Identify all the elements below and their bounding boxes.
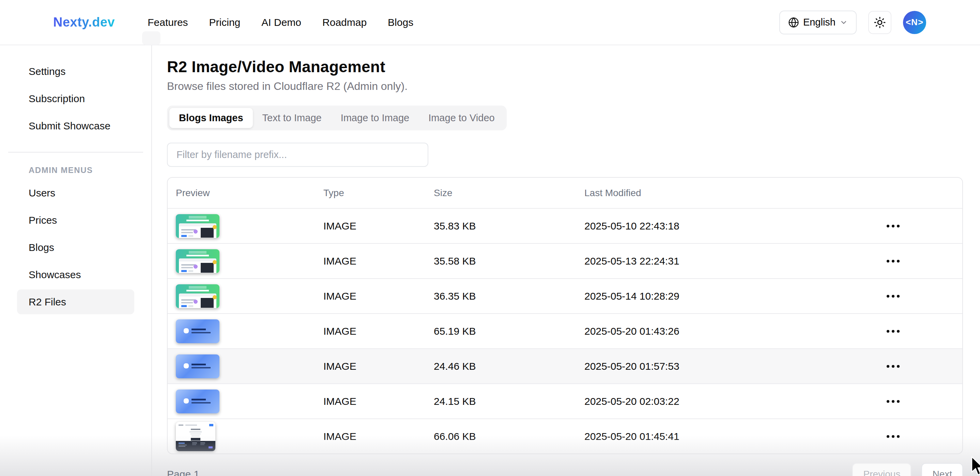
pagination-buttons: Previous Next	[852, 463, 963, 476]
file-thumbnail[interactable]	[176, 422, 215, 451]
sidebar-item-label: Prices	[29, 214, 57, 226]
row-actions-button[interactable]	[886, 223, 900, 230]
sidebar-item-label: Settings	[29, 66, 65, 77]
size-cell: 35.58 KB	[434, 255, 584, 267]
row-actions-button[interactable]	[886, 398, 900, 405]
sidebar-item[interactable]: Blogs	[17, 235, 134, 260]
size-cell: 35.83 KB	[434, 220, 584, 232]
file-thumbnail[interactable]	[176, 214, 220, 238]
main-content: R2 Image/Video Management Browse files s…	[152, 45, 980, 476]
preview-cell	[176, 354, 323, 378]
preview-cell	[176, 284, 323, 308]
ellipsis-icon	[887, 330, 889, 333]
language-label: English	[803, 17, 835, 28]
preview-cell	[176, 214, 323, 238]
type-cell: IMAGE	[323, 325, 434, 337]
ellipsis-icon	[887, 400, 889, 403]
tab[interactable]: Image to Image	[331, 108, 419, 128]
nav-link[interactable]: Roadmap	[322, 17, 367, 28]
row-actions-button[interactable]	[886, 433, 900, 440]
row-actions-button[interactable]	[886, 258, 900, 265]
file-thumbnail[interactable]	[176, 284, 220, 308]
sidebar-admin-section: Users Prices Blogs Showcases R2 Files	[0, 181, 151, 314]
files-table: Preview Type Size Last Modified IMAGE 35…	[167, 177, 963, 454]
sidebar-item[interactable]: Showcases	[17, 262, 134, 287]
row-actions-button[interactable]	[886, 328, 900, 335]
sidebar-item[interactable]: Users	[17, 181, 134, 205]
brand-logo[interactable]: Nexty.dev	[53, 15, 115, 30]
size-cell: 66.06 KB	[434, 431, 584, 442]
nav-link[interactable]: Blogs	[388, 17, 413, 28]
preview-cell	[176, 319, 323, 343]
sidebar-item[interactable]: Submit Showcase	[17, 113, 134, 138]
tab-bar: Blogs Images Text to Image Image to Imag…	[167, 106, 507, 130]
filename-filter-input[interactable]	[167, 143, 428, 167]
column-header-size: Size	[434, 187, 584, 198]
sidebar-item-label: Subscription	[29, 93, 85, 105]
sidebar-item[interactable]: Subscription	[17, 86, 134, 111]
tab-label: Text to Image	[262, 113, 322, 123]
row-actions-button[interactable]	[886, 293, 900, 300]
sidebar-item[interactable]: Settings	[17, 59, 134, 84]
type-cell: IMAGE	[323, 396, 434, 407]
next-page-button[interactable]: Next	[921, 463, 963, 476]
table-row: IMAGE 24.46 KB 2025-05-20 01:57:53	[168, 348, 962, 383]
type-cell: IMAGE	[323, 290, 434, 302]
last-modified-cell: 2025-05-20 01:57:53	[584, 360, 886, 372]
preview-cell	[176, 249, 323, 273]
table-row: IMAGE 66.06 KB 2025-05-20 01:45:41	[168, 419, 962, 454]
column-header-last-modified: Last Modified	[584, 187, 886, 198]
sidebar-item-label: R2 Files	[29, 296, 66, 308]
last-modified-cell: 2025-05-13 22:24:31	[584, 255, 886, 267]
sidebar-item[interactable]: R2 Files	[17, 289, 134, 314]
size-cell: 36.35 KB	[434, 290, 584, 302]
file-thumbnail[interactable]	[176, 354, 220, 378]
globe-icon	[788, 17, 799, 28]
nav-link[interactable]: Pricing	[209, 17, 240, 28]
table-row: IMAGE 35.83 KB 2025-05-10 22:43:18	[168, 208, 962, 243]
tab[interactable]: Blogs Images	[169, 108, 253, 128]
sidebar-item[interactable]: Prices	[17, 208, 134, 233]
sidebar-divider	[8, 152, 143, 152]
page-indicator: Page 1	[167, 468, 199, 476]
last-modified-cell: 2025-05-20 01:45:41	[584, 431, 886, 442]
last-modified-cell: 2025-05-20 01:43:26	[584, 325, 886, 337]
language-selector[interactable]: English	[779, 11, 857, 34]
size-cell: 24.46 KB	[434, 360, 584, 372]
table-row: IMAGE 35.58 KB 2025-05-13 22:24:31	[168, 243, 962, 278]
previous-page-button[interactable]: Previous	[852, 463, 911, 476]
table-body: IMAGE 35.83 KB 2025-05-10 22:43:18 IMAGE…	[168, 208, 962, 454]
file-thumbnail[interactable]	[176, 249, 220, 273]
last-modified-cell: 2025-05-20 02:03:22	[584, 396, 886, 407]
last-modified-cell: 2025-05-14 10:28:29	[584, 290, 886, 302]
type-cell: IMAGE	[323, 220, 434, 232]
tab[interactable]: Text to Image	[253, 108, 331, 128]
file-thumbnail[interactable]	[176, 390, 220, 413]
table-header-row: Preview Type Size Last Modified	[168, 178, 962, 208]
type-cell: IMAGE	[323, 360, 434, 372]
ellipsis-icon	[887, 260, 889, 262]
type-cell: IMAGE	[323, 255, 434, 267]
nav-link[interactable]: AI Demo	[261, 17, 301, 28]
theme-toggle-button[interactable]	[868, 11, 891, 34]
pagination: Page 1 Previous Next	[167, 463, 963, 476]
filter-section	[167, 143, 963, 167]
ellipsis-icon	[887, 365, 889, 368]
user-avatar[interactable]: <N>	[903, 11, 926, 34]
sidebar-toggle-button[interactable]	[142, 31, 161, 45]
ellipsis-icon	[887, 295, 889, 298]
file-thumbnail[interactable]	[176, 319, 220, 343]
tab-label: Blogs Images	[179, 113, 243, 123]
sidebar-user-section: Settings Subscription Submit Showcase	[0, 59, 151, 138]
sun-icon	[874, 16, 886, 29]
chevron-down-icon	[840, 18, 848, 27]
navbar-controls: English <N>	[779, 11, 926, 34]
sidebar-section-label: ADMIN MENUS	[29, 165, 151, 175]
nav-link[interactable]: Features	[148, 17, 188, 28]
row-actions-button[interactable]	[886, 363, 900, 370]
ellipsis-icon	[887, 435, 889, 438]
ellipsis-icon	[887, 225, 889, 227]
column-header-preview: Preview	[176, 187, 323, 198]
tab[interactable]: Image to Video	[419, 108, 504, 128]
main-nav: FeaturesPricingAI DemoRoadmapBlogs	[148, 17, 413, 28]
